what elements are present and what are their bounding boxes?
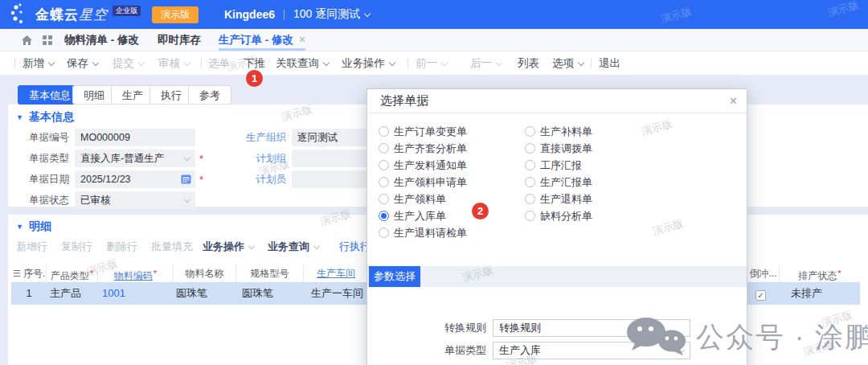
list-button[interactable]: 列表 <box>518 51 539 75</box>
plan-group-label: 计划组 <box>225 152 286 166</box>
chevron-down-icon <box>184 59 190 66</box>
tab-instant-inventory[interactable]: 即时库存 <box>158 29 201 51</box>
basic-info-section-header[interactable]: ▼基本信息 <box>16 110 74 125</box>
doc-status-select[interactable]: 已审核 <box>75 191 195 209</box>
tab-material-list[interactable]: 物料清单 - 修改 <box>64 29 139 51</box>
batch-fill-button[interactable]: 批量填充 <box>151 240 193 254</box>
chevron-down-icon <box>313 243 320 249</box>
home-icon[interactable] <box>21 35 33 46</box>
detail-section-header[interactable]: ▼明细 <box>16 219 51 234</box>
params-tab-band: 参数选择 <box>367 266 747 287</box>
column-schedule-status[interactable]: 排产状态* <box>780 265 860 282</box>
doc-date-input[interactable]: 2025/12/23 <box>75 170 195 188</box>
grid-menu-icon[interactable]: ☰ <box>13 269 21 278</box>
demo-version-button[interactable]: 演示版 <box>152 6 199 23</box>
toolbar-divider <box>591 58 592 68</box>
submit-button[interactable]: 提交 <box>113 51 144 75</box>
doc-date-label: 单据日期 <box>14 173 69 187</box>
cell-seq[interactable]: 1 <box>11 282 47 305</box>
radio-supplement-material[interactable]: 生产补料单 <box>525 123 592 140</box>
previous-button[interactable]: 前一 <box>416 51 447 75</box>
radio-material-return[interactable]: 生产退料单 <box>525 191 592 207</box>
cell-spec[interactable]: 圆珠笔 <box>236 282 304 305</box>
radio-icon <box>379 160 389 170</box>
chevron-down-icon <box>441 59 448 66</box>
calendar-icon[interactable] <box>181 174 191 184</box>
brand-title: 金蝶云星空 <box>35 6 108 24</box>
backflush-checkbox[interactable]: ✓ <box>755 290 766 301</box>
conversion-rule-input[interactable]: 转换规则 <box>493 319 690 337</box>
radio-production-report[interactable]: 生产汇报单 <box>525 174 592 191</box>
target-doc-type-select[interactable]: 生产入库 <box>493 342 690 359</box>
delete-row-button[interactable]: 删除行 <box>106 240 137 254</box>
tab-parameter-selection[interactable]: 参数选择 <box>369 266 420 287</box>
radio-order-change[interactable]: 生产订单变更单 <box>379 123 467 140</box>
top-bar: 金蝶云星空 企业版 演示版 Kingdee6 100 逐同测试 <box>0 0 868 29</box>
doc-number-input[interactable]: MO000009 <box>75 129 195 146</box>
cell-material-name[interactable]: 圆珠笔 <box>174 282 236 305</box>
cell-material-code[interactable]: 1001 <box>98 282 174 305</box>
chevron-down-icon <box>184 154 190 161</box>
new-button[interactable]: 新增 <box>23 51 54 75</box>
radio-process-report[interactable]: 工序汇报 <box>525 157 592 174</box>
tab-production-order[interactable]: 生产订单 - 修改× <box>219 29 305 51</box>
column-backflush[interactable]: 倒冲... <box>747 265 780 282</box>
cell-schedule-status[interactable]: 未排产 <box>780 282 860 305</box>
planner-label: 计划员 <box>225 173 286 187</box>
form-tab-production[interactable]: 生产 <box>111 85 154 105</box>
row-business-operation-menu[interactable]: 业务操作 <box>203 240 254 254</box>
radio-direct-transfer[interactable]: 直接调拨单 <box>525 140 592 157</box>
doc-number-label: 单据编号 <box>14 131 69 145</box>
required-marker: * <box>90 269 93 278</box>
form-tab-detail[interactable]: 明细 <box>72 85 116 105</box>
cell-backflush[interactable]: ✓ <box>747 282 780 305</box>
column-seq[interactable]: ☰序号.. <box>11 265 47 282</box>
copy-row-button[interactable]: 复制行 <box>61 240 92 254</box>
dialog-title: 选择单据 <box>380 93 428 109</box>
annotation-step-2: 2 <box>472 203 489 219</box>
column-spec-model[interactable]: 规格型号 <box>236 265 304 282</box>
audit-button[interactable]: 审核 <box>158 51 190 75</box>
doc-status-label: 单据状态 <box>14 194 69 207</box>
field-doc-number: 单据编号 MO000009 <box>14 129 195 146</box>
target-doc-type-label: 单据类型 <box>367 343 486 358</box>
chevron-down-icon <box>389 59 395 66</box>
row-business-query-menu[interactable]: 业务查询 <box>268 240 319 254</box>
close-tab-icon[interactable]: × <box>299 33 305 46</box>
required-marker: * <box>199 174 203 186</box>
chevron-down-icon <box>323 59 330 66</box>
add-row-button[interactable]: 新增行 <box>16 240 47 254</box>
account-switcher[interactable]: 100 逐同测试 <box>293 7 370 22</box>
form-tab-execution[interactable]: 执行 <box>149 85 193 105</box>
app-grid-icon[interactable] <box>42 35 53 46</box>
next-button[interactable]: 后一 <box>470 51 502 75</box>
radio-return-inspection[interactable]: 生产退料请检单 <box>379 224 467 241</box>
doc-type-select[interactable]: 直接入库-普通生产 <box>75 150 195 167</box>
product-name: Kingdee6 <box>224 8 275 21</box>
radio-kit-analysis[interactable]: 生产齐套分析单 <box>379 140 467 157</box>
annotation-step-1: 1 <box>246 70 263 87</box>
radio-icon <box>379 194 389 204</box>
business-operation-button[interactable]: 业务操作 <box>342 51 395 75</box>
close-icon[interactable]: × <box>730 94 737 109</box>
doc-type-label: 单据类型 <box>14 152 69 166</box>
options-button[interactable]: 选项 <box>552 51 583 75</box>
exit-button[interactable]: 退出 <box>599 51 620 75</box>
chevron-down-icon <box>48 59 55 66</box>
radio-shortage-analysis[interactable]: 缺料分析单 <box>525 207 592 224</box>
save-button[interactable]: 保存 <box>67 51 98 75</box>
required-marker: * <box>154 269 157 278</box>
radio-icon <box>525 177 535 187</box>
column-material-code[interactable]: 物料编码* <box>98 265 174 282</box>
column-material-name[interactable]: 物料名称 <box>174 265 236 282</box>
radio-issue-notice[interactable]: 生产发料通知单 <box>379 157 467 174</box>
radio-production-inbound[interactable]: 生产入库单 <box>379 207 467 224</box>
related-query-button[interactable]: 关联查询 <box>276 51 329 75</box>
select-doc-button[interactable]: 选单 <box>208 51 230 75</box>
radio-picking-list[interactable]: 生产领料单 <box>379 191 467 207</box>
radio-picking-request[interactable]: 生产领料申请单 <box>379 174 467 191</box>
cell-product-type[interactable]: 主产品 <box>47 282 98 305</box>
form-tab-reference[interactable]: 参考 <box>188 85 231 105</box>
column-product-type[interactable]: 产品类型* <box>47 265 98 282</box>
field-target-doc-type: 单据类型 生产入库 <box>367 342 690 359</box>
